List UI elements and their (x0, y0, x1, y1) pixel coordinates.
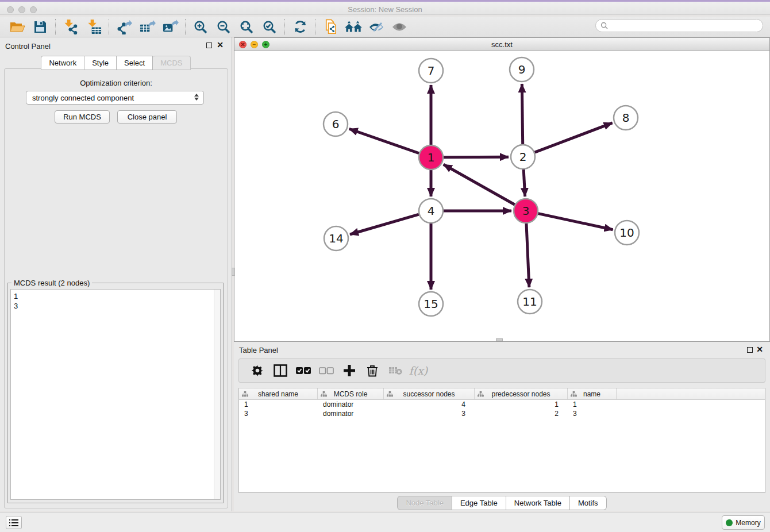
table-cell: dominator (318, 409, 384, 418)
edge-3-10[interactable] (538, 214, 613, 230)
tab-mcds[interactable]: MCDS (153, 56, 190, 70)
add-column-button[interactable] (339, 361, 360, 380)
control-panel: Control Panel ✕ NetworkStyleSelectMCDS O… (0, 37, 232, 511)
column-visibility-icon (274, 364, 287, 377)
export-network-icon (117, 19, 132, 34)
float-table-panel-icon[interactable] (747, 347, 753, 353)
column-header-predecessor-nodes[interactable]: predecessor nodes (475, 388, 568, 399)
close-panel-button[interactable]: Close panel (117, 110, 177, 124)
node-label-10: 10 (619, 226, 634, 240)
column-type-icon (242, 391, 248, 397)
table-row[interactable]: 3dominator323 (239, 409, 765, 418)
zoom-selected-button[interactable] (258, 18, 281, 36)
table-settings-icon (251, 364, 264, 377)
tab-network[interactable]: Network (41, 56, 84, 70)
import-network-icon (63, 19, 79, 34)
edge-2-8[interactable] (535, 123, 613, 152)
optimization-criterion-label: Optimization criterion: (5, 79, 228, 87)
import-table-button[interactable] (82, 18, 105, 36)
dropdown-arrows-icon (194, 94, 199, 101)
memory-label: Memory (736, 519, 760, 527)
export-table-icon (139, 19, 156, 34)
column-header-MCDS-role[interactable]: MCDS role (318, 388, 384, 399)
duplicate-network-button[interactable] (319, 18, 342, 36)
table-row[interactable]: 1dominator411 (239, 400, 765, 409)
edge-2-3[interactable] (523, 169, 525, 196)
column-header-successor-nodes[interactable]: successor nodes (384, 388, 475, 399)
toolbar-separator (284, 19, 285, 35)
open-session-button[interactable] (6, 18, 29, 36)
task-history-button[interactable] (6, 516, 22, 529)
zoom-in-icon (193, 20, 208, 34)
edge-1-6[interactable] (349, 129, 419, 153)
network-graph-canvas[interactable]: 1234678910111415 (234, 51, 769, 341)
node-label-11: 11 (522, 295, 537, 309)
edge-4-14[interactable] (350, 214, 419, 234)
refresh-button[interactable] (288, 18, 311, 36)
search-box[interactable] (595, 19, 763, 32)
tab-motifs[interactable]: Motifs (570, 496, 607, 510)
delete-rows-button[interactable] (362, 361, 383, 380)
edge-2-9[interactable] (522, 84, 522, 144)
tab-edge-table[interactable]: Edge Table (452, 496, 506, 510)
function-builder-button: f(x) (408, 361, 429, 380)
column-label: predecessor nodes (491, 390, 550, 398)
float-panel-icon[interactable] (206, 43, 212, 48)
edge-1-2[interactable] (444, 157, 509, 157)
control-panel-title: Control Panel (5, 42, 51, 51)
column-visibility-button[interactable] (270, 361, 291, 380)
run-mcds-button[interactable]: Run MCDS (55, 110, 110, 124)
app-titlebar: Session: New Session (0, 0, 770, 15)
tab-style[interactable]: Style (84, 56, 117, 70)
search-icon (600, 22, 608, 29)
column-header-shared-name[interactable]: shared name (239, 388, 318, 399)
node-label-14: 14 (329, 232, 343, 245)
table-cell: 4 (384, 400, 475, 409)
list-icon (9, 519, 18, 527)
control-panel-tabs: NetworkStyleSelectMCDS (0, 56, 232, 70)
close-table-panel-icon[interactable]: ✕ (756, 345, 763, 354)
network-overview-button[interactable] (342, 18, 365, 36)
node-table[interactable]: shared nameMCDS rolesuccessor nodesprede… (238, 388, 765, 493)
mcds-result-textarea[interactable]: 1 3 (10, 289, 221, 500)
deselect-all-rows-button[interactable] (316, 361, 337, 380)
criterion-dropdown[interactable]: strongly connected component (26, 91, 204, 105)
hide-panels-button[interactable] (365, 18, 388, 36)
table-cell: 2 (475, 409, 568, 418)
tab-select[interactable]: Select (117, 56, 153, 70)
export-table-button[interactable] (136, 18, 159, 36)
table-cell: 1 (475, 400, 568, 409)
table-settings-button[interactable] (247, 361, 268, 380)
zoom-fit-button[interactable] (235, 18, 258, 36)
zoom-selected-icon (262, 20, 277, 34)
edge-3-11[interactable] (526, 223, 529, 287)
column-label: successor nodes (403, 390, 455, 398)
node-table-body[interactable]: 1dominator4113dominator323 (239, 400, 765, 418)
window-title: Session: New Session (0, 5, 770, 14)
save-session-button[interactable] (29, 18, 52, 36)
mcds-panel: Optimization criterion: strongly connect… (4, 68, 228, 508)
export-image-button[interactable] (159, 18, 182, 36)
network-window-titlebar[interactable]: ✕ − + scc.txt (234, 38, 769, 51)
zoom-in-button[interactable] (189, 18, 212, 36)
table-panel-title: Table Panel (239, 346, 278, 354)
hide-panels-icon (368, 20, 384, 34)
import-network-button[interactable] (59, 18, 82, 36)
select-all-rows-button[interactable] (293, 361, 314, 380)
node-table-header[interactable]: shared nameMCDS rolesuccessor nodesprede… (239, 388, 765, 400)
vertical-splitter-handle[interactable] (232, 268, 235, 276)
edge-3-1[interactable] (444, 164, 515, 205)
zoom-out-button[interactable] (212, 18, 235, 36)
mcds-result-scrollbar[interactable] (214, 290, 220, 499)
close-panel-icon[interactable]: ✕ (217, 40, 224, 49)
export-network-button[interactable] (113, 18, 136, 36)
toolbar-separator (55, 19, 56, 35)
column-header-name[interactable]: name (568, 388, 617, 399)
search-input[interactable] (608, 20, 763, 31)
status-bar: Memory (0, 512, 770, 532)
horizontal-splitter-handle[interactable] (496, 338, 503, 341)
memory-button[interactable]: Memory (722, 515, 765, 530)
tab-node-table[interactable]: Node Table (397, 496, 452, 510)
tab-network-table[interactable]: Network Table (506, 496, 570, 510)
add-column-icon (344, 365, 355, 376)
